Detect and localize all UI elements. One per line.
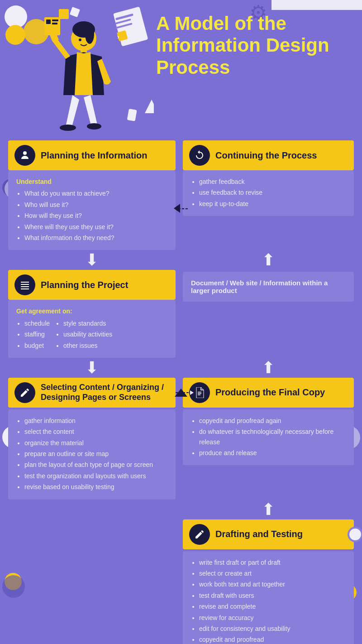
list-item: Where will they use they use it?: [24, 222, 167, 232]
drafting-list: write first draft or part of draft selec…: [191, 557, 346, 644]
list-item: style standards: [63, 318, 112, 328]
svg-point-12: [79, 38, 81, 41]
svg-rect-26: [21, 284, 29, 285]
final-copy-content: copyedit and proofread again do whatever…: [183, 409, 354, 466]
list-item: organize the material: [24, 438, 167, 448]
planning-project-col2: style standards usability activities oth…: [55, 318, 112, 351]
svg-rect-2: [70, 7, 80, 17]
svg-rect-16: [46, 19, 51, 24]
document-text: Document / Web site / Information within…: [191, 279, 328, 294]
list-item: schedule: [24, 318, 50, 328]
list-item: budget: [24, 341, 50, 351]
arrow-up-1: ⬆: [183, 250, 354, 270]
row-2: Planning the Project Get agreement on: s…: [8, 270, 354, 358]
planning-info-label: Understand: [16, 177, 167, 187]
col-planning-project: Planning the Project Get agreement on: s…: [8, 270, 176, 358]
planning-info-content: Understand What do you want to achieve? …: [8, 170, 176, 250]
planning-project-content: Get agreement on: schedule staffing budg…: [8, 300, 176, 358]
col-continuing: Continuing the Process gather feedback u…: [183, 140, 354, 216]
list-item: usability activities: [63, 329, 112, 339]
list-item: work both text and art together: [199, 579, 346, 589]
list-item: gather feedback: [199, 177, 346, 187]
svg-rect-32: [198, 393, 201, 394]
selecting-list: gather information select the content or…: [16, 416, 167, 492]
person-icon: [14, 145, 35, 166]
list-item: do whatever is technologically necessary…: [199, 427, 346, 447]
col-selecting: Selecting Content / Organizing / Designi…: [8, 378, 176, 500]
continuing-content: gather feedback use feedback to revise k…: [183, 170, 354, 216]
svg-rect-18: [52, 23, 57, 24]
arrow-up-3: ⬆: [183, 500, 354, 519]
main-content: Planning the Information Understand What…: [0, 140, 362, 644]
list-item: use feedback to revise: [199, 187, 346, 197]
drafting-header: Drafting and Testing: [183, 519, 354, 549]
list-item: review for accuracy: [199, 613, 346, 623]
col-final-copy: Producing the Final Copy copyedit and pr…: [183, 378, 354, 466]
list-item: produce and release: [199, 448, 346, 458]
list-item: edit for consistency and usability: [199, 624, 346, 634]
svg-marker-22: [145, 100, 154, 113]
arrow-down-2: ⬇: [8, 358, 176, 378]
list-item: prepare an outline or site map: [24, 449, 167, 459]
svg-point-13: [86, 38, 89, 41]
svg-point-23: [23, 151, 27, 155]
list-item: revise and complete: [199, 601, 346, 611]
arrow-row-1: ⬇ ⬆: [8, 250, 354, 270]
drafting-content: write first draft or part of draft selec…: [183, 551, 354, 644]
selecting-header-wrapper: Selecting Content / Organizing / Designi…: [8, 378, 176, 408]
header-area: ›: [0, 0, 362, 140]
list-item: staffing: [24, 329, 50, 339]
selecting-content: gather information select the content or…: [8, 409, 176, 500]
pencil-icon: [189, 524, 210, 545]
col-document: Document / Web site / Information within…: [183, 272, 354, 302]
svg-marker-30: [190, 390, 194, 395]
list-item: other issues: [63, 341, 112, 351]
illustration: ›: [14, 5, 154, 134]
continuing-header: Continuing the Process: [183, 140, 354, 170]
col-planning-info: Planning the Information Understand What…: [8, 140, 176, 250]
planning-info-title: Planning the Information: [41, 150, 148, 161]
arrow-row-3: ⬆: [8, 500, 354, 519]
svg-rect-28: [21, 288, 29, 289]
planning-project-cols: schedule staffing budget style standards…: [16, 318, 167, 351]
refresh-icon: [189, 145, 210, 166]
svg-point-20: [87, 123, 101, 130]
list-item: revise based on usability testing: [24, 482, 167, 492]
list-item: gather information: [24, 416, 167, 426]
list-item: copyedit and proofread again: [199, 416, 346, 426]
document-box: Document / Web site / Information within…: [183, 272, 354, 302]
page-title: A Model of the Information Design Proces…: [156, 13, 356, 78]
svg-rect-21: [127, 109, 137, 121]
svg-point-11: [85, 24, 94, 44]
planning-project-col1: schedule staffing budget: [16, 318, 50, 351]
planning-info-header: Planning the Information: [8, 140, 176, 170]
list-item: write first draft or part of draft: [199, 557, 346, 567]
final-copy-header: Producing the Final Copy: [183, 378, 354, 408]
planning-project-header: Planning the Project: [8, 270, 176, 300]
row-3: Selecting Content / Organizing / Designi…: [8, 378, 354, 500]
final-copy-list: copyedit and proofread again do whatever…: [191, 416, 346, 458]
list-item: keep it up-to-date: [199, 199, 346, 209]
list-item: What information do they need?: [24, 233, 167, 243]
svg-rect-27: [21, 286, 29, 287]
planning-project-label: Get agreement on:: [16, 306, 167, 316]
list-item: plan the layout of each type of page or …: [24, 460, 167, 470]
arrow-row-2: ⬇ ⬆: [8, 358, 354, 378]
continuing-title: Continuing the Process: [215, 150, 317, 161]
svg-rect-31: [198, 392, 201, 393]
svg-point-19: [60, 125, 76, 131]
col-drafting: Drafting and Testing write first draft o…: [183, 519, 354, 644]
list-item: How will they use it?: [24, 211, 167, 221]
svg-rect-17: [52, 19, 58, 21]
list-icon: [14, 274, 35, 295]
tri-left-icon: [174, 204, 180, 213]
list-item: select or create art: [199, 568, 346, 578]
svg-rect-25: [21, 282, 29, 283]
arrow-up-2: ⬆: [183, 358, 354, 378]
list-item: Who will use it?: [24, 200, 167, 210]
drafting-title: Drafting and Testing: [215, 529, 303, 539]
continuing-list: gather feedback use feedback to revise k…: [191, 177, 346, 209]
list-item: test draft with users: [199, 591, 346, 601]
planning-project-title: Planning the Project: [41, 280, 128, 290]
row-1: Planning the Information Understand What…: [8, 140, 354, 250]
